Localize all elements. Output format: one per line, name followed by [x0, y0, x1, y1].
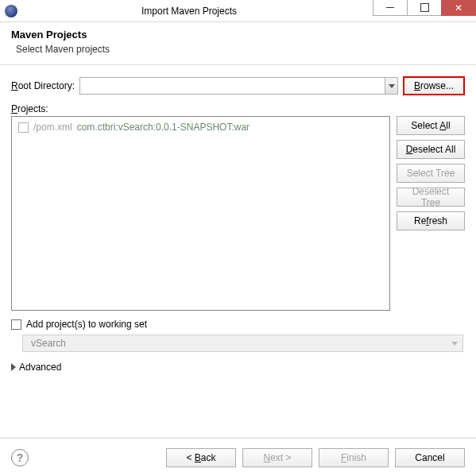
page-title: Maven Projects [11, 29, 465, 41]
page-subtitle: Select Maven projects [11, 44, 465, 55]
select-all-button[interactable]: Select All [397, 116, 465, 135]
project-gav: com.ctbri:vSearch:0.0.1-SNAPSHOT:war [77, 122, 250, 133]
wizard-body: Root Directory: Browse... Projects: /pom… [0, 65, 476, 381]
deselect-all-button[interactable]: Deselect All [397, 140, 465, 159]
window-controls [373, 0, 476, 21]
advanced-label: Advanced [19, 362, 61, 373]
root-directory-label: Root Directory: [11, 80, 75, 91]
wizard-button-bar: ? < Back Next > Finish Cancel [0, 438, 476, 476]
tree-item[interactable]: /pom.xml com.ctbri:vSearch:0.0.1-SNAPSHO… [18, 122, 383, 133]
working-set-label: Add project(s) to working set [26, 319, 147, 330]
projects-label: Projects: [11, 103, 465, 114]
working-set-selected: vSearch [31, 338, 451, 349]
wizard-header: Maven Projects Select Maven projects [0, 22, 476, 65]
close-button[interactable] [441, 0, 476, 16]
chevron-down-icon [451, 342, 458, 346]
project-checkbox[interactable] [18, 122, 29, 133]
advanced-expander[interactable]: Advanced [11, 362, 465, 373]
select-tree-button: Select Tree [397, 164, 465, 183]
finish-button: Finish [319, 448, 389, 467]
project-pom-path: /pom.xml [33, 122, 72, 133]
working-set-row: Add project(s) to working set [11, 319, 465, 330]
maximize-button[interactable] [407, 0, 442, 16]
project-side-buttons: Select All Deselect All Select Tree Dese… [397, 116, 465, 311]
projects-tree[interactable]: /pom.xml com.ctbri:vSearch:0.0.1-SNAPSHO… [11, 116, 390, 311]
minimize-button[interactable] [373, 0, 408, 16]
projects-area: /pom.xml com.ctbri:vSearch:0.0.1-SNAPSHO… [11, 116, 465, 311]
title-bar: Import Maven Projects [0, 0, 476, 22]
deselect-tree-button: Deselect Tree [397, 188, 465, 207]
root-directory-row: Root Directory: Browse... [11, 76, 465, 95]
refresh-button[interactable]: Refresh [397, 211, 465, 230]
help-button[interactable]: ? [11, 449, 29, 466]
expand-icon [11, 363, 16, 371]
eclipse-icon [5, 5, 17, 17]
next-button: Next > [242, 448, 312, 467]
root-directory-dropdown[interactable] [385, 77, 398, 95]
working-set-combo: vSearch [22, 335, 463, 352]
cancel-button[interactable]: Cancel [395, 448, 465, 467]
browse-button[interactable]: Browse... [403, 76, 465, 95]
working-set-checkbox[interactable] [11, 319, 21, 330]
root-directory-input[interactable] [79, 77, 385, 95]
window-title: Import Maven Projects [21, 6, 373, 17]
back-button[interactable]: < Back [166, 448, 236, 467]
chevron-down-icon [389, 84, 395, 88]
